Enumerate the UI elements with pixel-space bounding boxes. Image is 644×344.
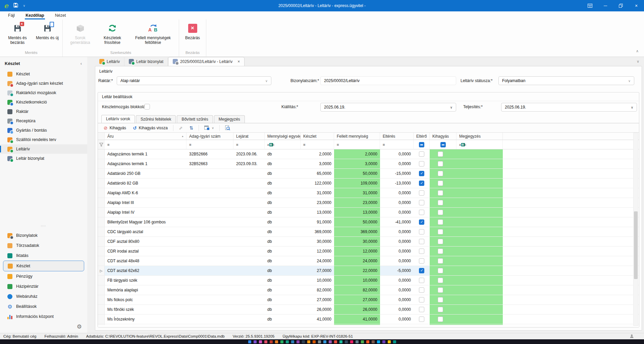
eltero-checkbox[interactable] bbox=[419, 287, 424, 293]
upload-found-quantities-button[interactable]: AB Fellelt mennyiségek feltöltése bbox=[128, 22, 177, 46]
kihagyas-checkbox[interactable] bbox=[438, 151, 443, 157]
taskbar-app-icon[interactable] bbox=[329, 340, 332, 343]
column-header[interactable]: Adag-/gyári szám bbox=[186, 133, 233, 140]
sidebar-item[interactable]: Receptúra bbox=[0, 116, 87, 126]
table-row[interactable]: Adagszámos termék 132B526632023.09.03.db… bbox=[98, 159, 639, 169]
column-header[interactable]: Kihagyás bbox=[430, 133, 457, 140]
taskbar-app-icon[interactable] bbox=[286, 340, 289, 343]
taskbar-app-icon[interactable] bbox=[254, 340, 257, 343]
sidebar-item[interactable]: Gyártás / bontás bbox=[0, 126, 87, 135]
filter-checkbox[interactable] bbox=[419, 142, 424, 147]
table-row[interactable]: Adattároló 82 GBdb122,0000109,0000-13,00… bbox=[98, 179, 639, 188]
eltero-checkbox[interactable] bbox=[419, 219, 424, 225]
issue-date-picker[interactable]: 2025.06.19. ∨ bbox=[320, 103, 456, 112]
status-combobox[interactable]: Folyamatban ∨ bbox=[498, 76, 634, 85]
column-header[interactable]: Eltérő bbox=[414, 133, 430, 140]
eltero-checkbox[interactable] bbox=[419, 307, 424, 312]
kihagyas-checkbox[interactable] bbox=[438, 181, 443, 186]
sidebar-collapse-icon[interactable]: ‹ bbox=[80, 61, 82, 66]
table-row[interactable]: CDF asztal 80x80db30,000030,00000,0000 bbox=[98, 237, 639, 247]
kihagyas-checkbox[interactable] bbox=[438, 278, 443, 283]
table-row[interactable]: Alaplap Intel IIIdb23,000023,00000,0000 bbox=[98, 198, 639, 208]
document-tab[interactable]: 2025/00002/Leltárív - Leltárív× bbox=[168, 57, 245, 66]
table-row[interactable]: Ms nagyszekrénydb10,000010,00000,0000 bbox=[98, 324, 639, 325]
taskbar-app-icon[interactable] bbox=[366, 340, 369, 343]
taskbar-app-icon[interactable] bbox=[372, 340, 375, 343]
filter-funnel-cell[interactable] bbox=[98, 140, 105, 149]
eltero-checkbox[interactable] bbox=[419, 171, 424, 176]
filter-cell[interactable]: = bbox=[334, 140, 380, 149]
windows-taskbar[interactable] bbox=[0, 339, 644, 344]
grid-tab[interactable]: Szűrési feltételek bbox=[136, 115, 176, 123]
taskbar-app-icon[interactable] bbox=[291, 340, 294, 343]
eltero-checkbox[interactable] bbox=[419, 268, 424, 273]
eltero-checkbox[interactable] bbox=[419, 210, 424, 215]
eltero-checkbox[interactable] bbox=[419, 200, 424, 205]
quick-save-icon[interactable] bbox=[13, 3, 18, 9]
kihagyas-checkbox[interactable] bbox=[438, 200, 443, 205]
grid-tab[interactable]: Bővített szűrés bbox=[177, 115, 213, 123]
menu-tab-kezdolap[interactable]: Kezdőlap bbox=[20, 12, 50, 19]
column-header[interactable]: Megjegyzés bbox=[457, 133, 503, 140]
minimize-button[interactable]: ─ bbox=[598, 0, 613, 11]
kihagyas-checkbox[interactable] bbox=[438, 219, 443, 225]
taskbar-app-icon[interactable] bbox=[313, 340, 316, 343]
filter-cell[interactable] bbox=[430, 140, 457, 149]
kihagyas-checkbox[interactable] bbox=[438, 171, 443, 176]
table-row[interactable]: ▷CDT asztal 62x62db27,000022,0000-5,0000 bbox=[98, 266, 639, 276]
skip-back-button[interactable]: ↺ Kihagyás vissza bbox=[130, 126, 171, 130]
filter-checkbox[interactable] bbox=[440, 142, 446, 147]
column-header[interactable]: Lejárat bbox=[233, 133, 265, 140]
print-preview-button[interactable] bbox=[222, 125, 233, 130]
warehouse-combobox[interactable]: Alap raktár ∨ bbox=[117, 76, 271, 85]
table-row[interactable]: Alaplap Intel IVdb13,000013,00000,0000 bbox=[98, 208, 639, 217]
document-number-field[interactable]: 2025/00002/Leltárív bbox=[320, 76, 456, 85]
column-header[interactable]: Fellelt mennyiség bbox=[334, 133, 380, 140]
taskbar-app-icon[interactable] bbox=[323, 340, 326, 343]
sidebar-item[interactable]: Raktár bbox=[0, 107, 87, 116]
kihagyas-checkbox[interactable] bbox=[438, 258, 443, 264]
sidebar-module-item[interactable]: Webáruház bbox=[0, 291, 87, 301]
sidebar-module-item[interactable]: Házipénztár bbox=[0, 281, 87, 291]
document-tab[interactable]: Leltárív bbox=[95, 57, 124, 66]
sidebar-module-item[interactable]: ⚙Beállítások bbox=[0, 301, 87, 312]
quick-access-dropdown-icon[interactable]: ∨ bbox=[23, 4, 25, 7]
taskbar-app-icon[interactable] bbox=[356, 340, 359, 343]
eltero-checkbox[interactable] bbox=[419, 151, 424, 157]
taskbar-app-icon[interactable] bbox=[248, 340, 251, 343]
taskbar-app-icon[interactable] bbox=[318, 340, 321, 343]
taskbar-app-icon[interactable] bbox=[350, 340, 353, 343]
block-stock-movement-checkbox[interactable] bbox=[144, 104, 150, 110]
kihagyas-checkbox[interactable] bbox=[438, 268, 443, 273]
taskbar-app-icon[interactable] bbox=[388, 340, 391, 343]
menu-tab-nezet[interactable]: Nézet bbox=[50, 12, 71, 19]
taskbar-app-icon[interactable] bbox=[275, 340, 278, 343]
kihagyas-checkbox[interactable] bbox=[438, 229, 443, 234]
sidebar-module-item[interactable]: Iktatás bbox=[0, 251, 87, 261]
taskbar-app-icon[interactable] bbox=[259, 340, 262, 343]
skip-button[interactable]: ⊘ Kihagyás bbox=[101, 126, 129, 130]
table-row[interactable]: Ms főnöki székdb26,000026,00000,0000 bbox=[98, 305, 639, 315]
filter-cell[interactable]: = bbox=[233, 140, 265, 149]
completion-date-picker[interactable]: 2025.06.19. ∨ bbox=[501, 103, 637, 112]
sidebar-module-item[interactable]: Készlet bbox=[3, 261, 84, 271]
kihagyas-checkbox[interactable] bbox=[438, 249, 443, 254]
filter-cell[interactable]: = bbox=[186, 140, 233, 149]
sidebar-module-item[interactable]: Bizonylatok bbox=[0, 230, 87, 240]
sidebar-item[interactable]: Szállítói rendelés terv bbox=[0, 135, 87, 144]
kihagyas-checkbox[interactable] bbox=[438, 287, 443, 293]
table-row[interactable]: Adattároló 250 GBdb65,000050,0000-15,000… bbox=[98, 169, 639, 179]
table-row[interactable]: CDR irodai asztaldb12,000012,00000,0000 bbox=[98, 247, 639, 256]
filter-cell[interactable]: = bbox=[380, 140, 414, 149]
taskbar-app-icon[interactable] bbox=[361, 340, 364, 343]
sidebar-module-item[interactable]: Törzsadatok bbox=[0, 240, 87, 251]
save-and-new-button[interactable]: Mentés és új bbox=[34, 22, 61, 41]
eltero-checkbox[interactable] bbox=[419, 190, 424, 196]
taskbar-app-icon[interactable] bbox=[334, 340, 337, 343]
filter-cell[interactable]: = bbox=[105, 140, 186, 149]
sidebar-item[interactable]: Adag-/gyári szám készlet bbox=[0, 79, 87, 88]
ribbon-collapse-icon[interactable]: ∧ bbox=[636, 49, 639, 53]
sidebar-settings-gear-icon[interactable]: ⚙ bbox=[77, 323, 82, 330]
eltero-checkbox[interactable] bbox=[419, 239, 424, 244]
taskbar-app-icon[interactable] bbox=[345, 340, 348, 343]
